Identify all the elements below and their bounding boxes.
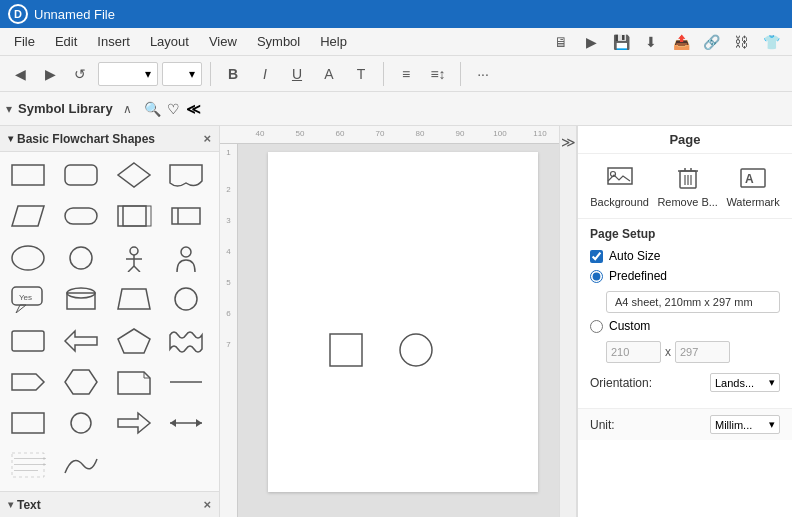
- search-icon[interactable]: 🔍: [144, 101, 161, 117]
- auto-size-row: Auto Size: [590, 249, 780, 263]
- menu-layout[interactable]: Layout: [140, 32, 199, 51]
- shape-line[interactable]: [164, 365, 208, 399]
- custom-radio[interactable]: [590, 320, 603, 333]
- predefined-label: Predefined: [609, 269, 667, 283]
- shape-rect-rounded[interactable]: [6, 324, 50, 358]
- orientation-row: Orientation: Lands... ▾: [590, 373, 780, 392]
- align2-button[interactable]: ≡↕: [424, 60, 452, 88]
- orientation-select[interactable]: Lands... ▾: [710, 373, 780, 392]
- remove-bg-button[interactable]: Remove B...: [657, 164, 718, 208]
- share-icon[interactable]: 🔗: [700, 31, 722, 53]
- forward-button[interactable]: ▶: [36, 60, 64, 88]
- shape-circle2[interactable]: [164, 282, 208, 316]
- shape-rectangle[interactable]: [6, 158, 50, 192]
- shape-circle[interactable]: [59, 241, 103, 275]
- underline-button[interactable]: U: [283, 60, 311, 88]
- unit-select[interactable]: Millim... ▾: [710, 415, 780, 434]
- ruler-tick-60: 60: [320, 129, 360, 138]
- play-icon[interactable]: ▶: [580, 31, 602, 53]
- background-button[interactable]: Background: [590, 164, 649, 208]
- shape-ellipse[interactable]: [6, 241, 50, 275]
- shape-arrow-lr[interactable]: [164, 406, 208, 440]
- shape-callout[interactable]: Yes: [6, 282, 50, 316]
- shape-tag[interactable]: [6, 365, 50, 399]
- ruler-ticks: 40 50 60 70 80 90 100 110 12: [240, 129, 559, 140]
- custom-row: Custom: [590, 319, 780, 333]
- auto-size-checkbox[interactable]: [590, 250, 603, 263]
- shape-hexagon[interactable]: [59, 365, 103, 399]
- watermark-icon: A: [737, 164, 769, 192]
- height-input[interactable]: [675, 341, 730, 363]
- page-canvas[interactable]: [268, 152, 538, 492]
- sym-lib-up-icon[interactable]: ∧: [123, 102, 132, 116]
- shape-stadium[interactable]: [59, 199, 103, 233]
- refresh-button[interactable]: ↺: [66, 60, 94, 88]
- italic-button[interactable]: I: [251, 60, 279, 88]
- custom-label: Custom: [609, 319, 650, 333]
- shape-arrow-left[interactable]: [59, 324, 103, 358]
- bold-button[interactable]: B: [219, 60, 247, 88]
- save-cloud-icon[interactable]: 💾: [610, 31, 632, 53]
- shape-text-box[interactable]: —————— —————— ————: [6, 448, 50, 482]
- shape-actor[interactable]: [164, 241, 208, 275]
- panel-collapse-button[interactable]: ≫: [559, 126, 577, 517]
- shirt-icon[interactable]: 👕: [760, 31, 782, 53]
- predefined-value[interactable]: A4 sheet, 210mm x 297 mm: [606, 291, 780, 313]
- sidebar-close-button[interactable]: ×: [203, 131, 211, 146]
- export-icon[interactable]: 📤: [670, 31, 692, 53]
- shape-pentagon[interactable]: [112, 324, 156, 358]
- shape-double-rect[interactable]: [112, 199, 156, 233]
- shape-parallelogram[interactable]: [6, 199, 50, 233]
- shape-person[interactable]: [112, 241, 156, 275]
- shape-rounded-rect[interactable]: [59, 158, 103, 192]
- shape-diamond[interactable]: [112, 158, 156, 192]
- shape-arrow-right[interactable]: [112, 406, 156, 440]
- divider2: [383, 62, 384, 86]
- watermark-button[interactable]: A Watermark: [726, 164, 779, 208]
- canvas-inner[interactable]: [238, 144, 559, 517]
- canvas-shape-circle[interactable]: [398, 332, 434, 372]
- shape-curve[interactable]: [59, 448, 103, 482]
- svg-point-42: [400, 334, 432, 366]
- sidebar-header: ▾ Basic Flowchart Shapes ×: [0, 126, 219, 152]
- menu-view[interactable]: View: [199, 32, 247, 51]
- sidebar-expand-icon: ▾: [8, 133, 13, 144]
- shape-wave[interactable]: [164, 324, 208, 358]
- menu-symbol[interactable]: Symbol: [247, 32, 310, 51]
- shape-rect2[interactable]: [6, 406, 50, 440]
- menu-insert[interactable]: Insert: [87, 32, 140, 51]
- shape-document[interactable]: [164, 158, 208, 192]
- unit-row: Unit: Millim... ▾: [578, 408, 792, 440]
- chevron-down-icon: ▾: [145, 67, 151, 81]
- shape-note[interactable]: [112, 365, 156, 399]
- shape-trapezoid[interactable]: [112, 282, 156, 316]
- divider3: [460, 62, 461, 86]
- text-section-close[interactable]: ×: [203, 497, 211, 512]
- shape-storage[interactable]: [164, 199, 208, 233]
- predefined-radio[interactable]: [590, 270, 603, 283]
- download-icon[interactable]: ⬇: [640, 31, 662, 53]
- watermark-label: Watermark: [726, 196, 779, 208]
- shape-circle3[interactable]: [59, 406, 103, 440]
- align-button[interactable]: ≡: [392, 60, 420, 88]
- menu-file[interactable]: File: [4, 32, 45, 51]
- shape-cylinder[interactable]: [59, 282, 103, 316]
- canvas-shape-rect[interactable]: [328, 332, 364, 372]
- favorite-icon[interactable]: ♡: [167, 101, 180, 117]
- width-input[interactable]: [606, 341, 661, 363]
- svg-marker-35: [170, 419, 176, 427]
- link-icon[interactable]: ⛓: [730, 31, 752, 53]
- font-color-button[interactable]: A: [315, 60, 343, 88]
- predefined-row: Predefined: [590, 269, 780, 283]
- text-style-button[interactable]: T: [347, 60, 375, 88]
- back-button[interactable]: ◀: [6, 60, 34, 88]
- menu-help[interactable]: Help: [310, 32, 357, 51]
- more-button[interactable]: ···: [469, 60, 497, 88]
- collapse-icon[interactable]: ≪: [186, 101, 201, 117]
- style-dropdown[interactable]: ▾: [98, 62, 158, 86]
- menu-edit[interactable]: Edit: [45, 32, 87, 51]
- size-dropdown[interactable]: ▾: [162, 62, 202, 86]
- ruler-v-2: 2: [226, 185, 230, 194]
- monitor-icon[interactable]: 🖥: [550, 31, 572, 53]
- unit-label: Unit:: [590, 418, 702, 432]
